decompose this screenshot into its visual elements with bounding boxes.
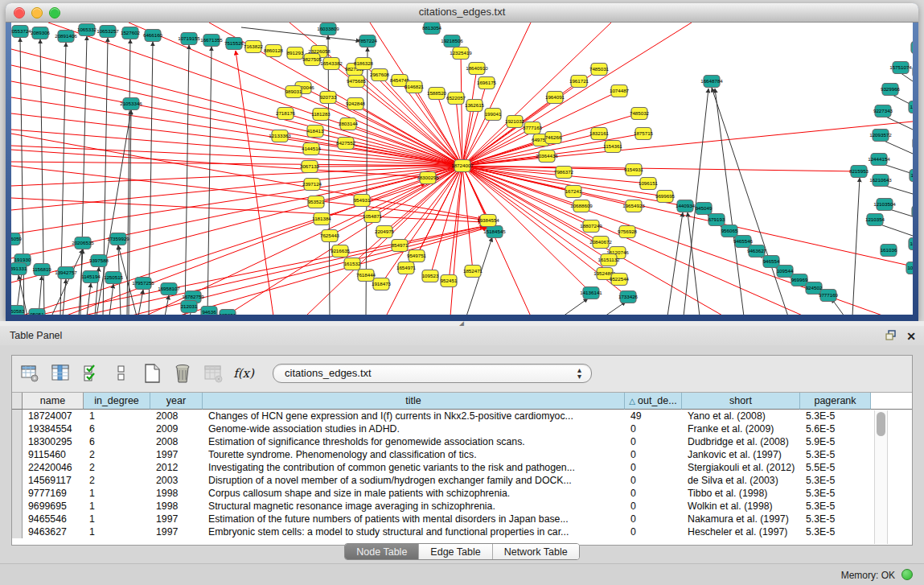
network-node[interactable]: 854971 — [392, 240, 409, 252]
table-cell[interactable]: 5.3E-5 — [800, 474, 871, 487]
network-node[interactable]: 1440934 — [676, 200, 696, 212]
table-cell[interactable]: Structural magnetic resonance image aver… — [203, 500, 625, 513]
table-cell[interactable]: Yano et al. (2008) — [682, 410, 800, 422]
network-node[interactable]: 1065332 — [77, 24, 97, 36]
network-node[interactable]: 12325419 — [450, 47, 472, 60]
tab-node-table[interactable]: Node Table — [345, 544, 419, 559]
network-node[interactable]: 16151132 — [598, 254, 620, 266]
network-edge[interactable] — [51, 249, 83, 315]
network-node[interactable]: 7163822 — [244, 41, 264, 53]
network-node[interactable]: 12773 — [909, 101, 913, 113]
network-node[interactable]: 746266 — [545, 132, 562, 144]
network-edge[interactable] — [605, 302, 626, 315]
table-cell[interactable]: Jankovic et al. (1997) — [682, 448, 800, 461]
table-cell[interactable]: Dudbridge et al. (2008) — [682, 435, 800, 448]
table-cell[interactable]: 0 — [625, 474, 682, 487]
table-row[interactable]: 946362711997Embryonic stem cells: a mode… — [12, 525, 912, 538]
network-node[interactable]: 10163 — [909, 238, 913, 250]
network-edge[interactable] — [32, 226, 484, 315]
network-node[interactable]: 9515 — [911, 42, 913, 54]
table-cell[interactable]: 2008 — [150, 435, 203, 448]
table-cell[interactable]: 6 — [84, 422, 150, 435]
network-edge[interactable] — [852, 178, 860, 315]
network-node[interactable]: 8186328 — [354, 58, 374, 70]
table-cell[interactable]: 1 — [84, 500, 150, 513]
table-cell[interactable]: 2 — [84, 474, 150, 487]
float-panel-icon[interactable] — [885, 329, 897, 344]
network-edge[interactable] — [127, 39, 130, 315]
network-node[interactable]: 7515526 — [224, 38, 244, 50]
network-node[interactable]: 8215953 — [849, 166, 869, 178]
table-cell[interactable]: Wolkin et al. (1998) — [682, 500, 800, 513]
network-node[interactable]: 20553724 — [11, 26, 31, 38]
table-row[interactable]: 2242004622012Investigating the contribut… — [12, 461, 912, 474]
table-cell[interactable]: 0 — [625, 422, 682, 435]
network-node[interactable]: 19218506 — [441, 35, 463, 47]
network-node[interactable]: 1921032 — [505, 116, 525, 128]
network-node[interactable]: 94636 — [201, 307, 217, 315]
table-cell[interactable]: 5.5E-5 — [800, 461, 871, 474]
network-node[interactable]: 13942757 — [55, 267, 77, 279]
network-edge[interactable] — [185, 45, 189, 315]
table-cell[interactable]: Changes of HCN gene expression and I(f) … — [203, 410, 625, 422]
table-cell[interactable]: 1 — [84, 525, 150, 538]
table-row[interactable]: 1830029562008Estimation of significance … — [12, 435, 912, 448]
network-node[interactable]: 185651 — [220, 310, 236, 315]
network-node[interactable]: 1832161 — [589, 128, 610, 140]
network-node[interactable]: 2803144 — [339, 118, 359, 130]
network-node[interactable]: 20206535 — [72, 237, 94, 249]
network-node[interactable]: 9329966 — [881, 84, 901, 96]
network-node[interactable]: 1210354 — [865, 214, 885, 226]
network-edge[interactable] — [11, 81, 462, 166]
network-node[interactable]: 2967608 — [370, 69, 390, 81]
table-cell[interactable]: 2003 — [150, 474, 203, 487]
delete-button[interactable] — [171, 362, 194, 385]
network-edge[interactable] — [207, 47, 211, 315]
table-cell[interactable]: 0 — [625, 500, 682, 513]
network-node[interactable]: 1961721 — [569, 76, 589, 88]
network-node[interactable]: 14136141 — [580, 287, 602, 299]
network-node[interactable]: 10954 — [906, 262, 913, 274]
network-edge[interactable] — [11, 113, 462, 166]
network-node[interactable]: 10719155 — [178, 33, 200, 45]
table-cell[interactable]: 5.3E-5 — [800, 410, 871, 422]
network-node[interactable]: 161532 — [344, 258, 361, 270]
table-cell[interactable]: 0 — [625, 435, 682, 448]
table-row[interactable]: 946554611997Estimation of the future num… — [12, 513, 912, 525]
network-node[interactable]: 7625443 — [320, 230, 340, 242]
table-cell[interactable]: 9115460 — [23, 448, 84, 461]
network-node[interactable]: 8813054 — [422, 23, 442, 35]
network-node[interactable]: 2204975 — [375, 226, 395, 238]
column-header-in-degree[interactable]: in_degree — [84, 393, 150, 410]
function-builder-button[interactable]: f(x) — [232, 362, 255, 385]
table-cell[interactable]: 0 — [625, 448, 682, 461]
network-node[interactable]: 95051 — [29, 309, 45, 315]
network-node[interactable]: 391331 — [11, 263, 27, 275]
network-node[interactable]: 1733426 — [618, 291, 639, 303]
network-node[interactable]: 15751074 — [889, 62, 912, 74]
network-node[interactable]: 16671355 — [200, 35, 223, 47]
network-edge[interactable] — [87, 283, 91, 315]
network-node[interactable]: 18724007 — [451, 160, 474, 172]
network-node[interactable]: 167241 — [565, 186, 582, 198]
network-node[interactable]: 20364436 — [536, 150, 558, 163]
tab-edge-table[interactable]: Edge Table — [419, 544, 492, 559]
network-node[interactable]: 9216635 — [331, 245, 351, 257]
network-node[interactable]: 161036 — [881, 245, 897, 257]
network-edge[interactable] — [667, 212, 683, 315]
table-cell[interactable]: 0 — [625, 461, 682, 474]
table-cell[interactable]: Tibbo et al. (1998) — [682, 487, 800, 500]
network-edge[interactable] — [462, 166, 859, 171]
deselect-all-button[interactable] — [110, 362, 133, 385]
network-node[interactable]: 12093572 — [869, 130, 892, 142]
network-node[interactable]: 10688609 — [570, 200, 593, 212]
tab-network-table[interactable]: Network Table — [493, 544, 579, 559]
network-node[interactable]: 20840672 — [589, 237, 612, 249]
table-cell[interactable]: Franke et al. (2009) — [682, 422, 800, 435]
table-cell[interactable]: 2008 — [150, 410, 203, 422]
table-cell[interactable]: Estimation of significance thresholds fo… — [203, 435, 625, 448]
vertical-scrollbar[interactable] — [874, 410, 888, 544]
table-settings-button[interactable] — [18, 362, 41, 385]
network-node[interactable]: 1964091 — [545, 92, 565, 104]
network-node[interactable]: 10653257 — [97, 26, 119, 38]
